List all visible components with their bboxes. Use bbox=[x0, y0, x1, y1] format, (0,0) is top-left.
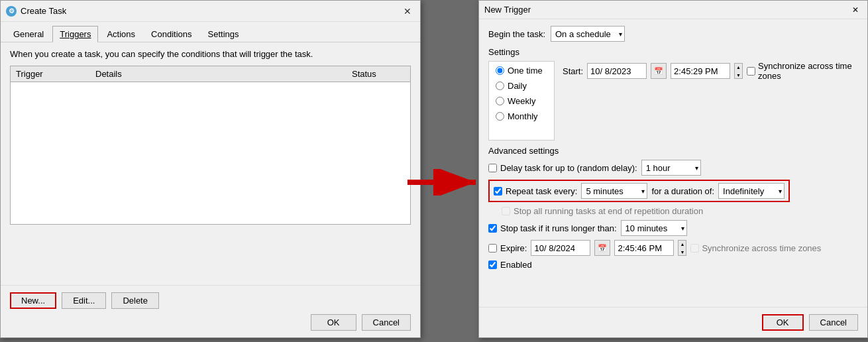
start-date-input[interactable] bbox=[587, 63, 647, 79]
advanced-settings-label: Advanced settings bbox=[488, 146, 858, 156]
duration-label: for a duration of: bbox=[651, 186, 714, 196]
trigger-table-body bbox=[11, 82, 410, 215]
expire-date-input[interactable] bbox=[531, 240, 590, 256]
advanced-settings-section: Advanced settings Delay task for up to (… bbox=[488, 146, 858, 270]
start-time-input[interactable] bbox=[671, 63, 730, 79]
stop-longer-checkbox[interactable] bbox=[488, 224, 497, 233]
tab-settings[interactable]: Settings bbox=[201, 26, 246, 42]
expire-date-calendar-button[interactable]: 📅 bbox=[594, 240, 610, 256]
expire-row: Expire: 📅 ▲ ▼ Synchronize across time zo… bbox=[488, 240, 858, 256]
start-label: Start: bbox=[563, 66, 583, 76]
tab-general[interactable]: General bbox=[6, 26, 51, 42]
create-task-cancel-button[interactable]: Cancel bbox=[362, 314, 411, 331]
expire-label: Expire: bbox=[500, 243, 527, 253]
col-trigger-header: Trigger bbox=[16, 69, 95, 79]
expire-sync-label: Synchronize across time zones bbox=[690, 243, 821, 253]
enabled-row: Enabled bbox=[488, 260, 858, 270]
schedule-options: One time Daily Weekly Monthly bbox=[488, 61, 555, 141]
expire-sync-checkbox bbox=[690, 244, 699, 253]
delay-select-wrap: 1 hour bbox=[641, 160, 701, 176]
repeat-highlight-box: Repeat task every: 5 minutes for a durat… bbox=[488, 180, 790, 202]
repeat-label: Repeat task every: bbox=[506, 186, 577, 196]
create-task-titlebar: ⚙ Create Task ✕ bbox=[1, 1, 420, 22]
new-trigger-close-button[interactable]: ✕ bbox=[849, 3, 862, 17]
create-task-ok-button[interactable]: OK bbox=[311, 314, 356, 331]
begin-task-label: Begin the task: bbox=[488, 29, 545, 39]
stop-running-checkbox-label[interactable]: Stop all running tasks at end of repetit… bbox=[502, 206, 703, 216]
start-row: Start: 📅 ▲ ▼ Synchronize across time zon… bbox=[563, 61, 858, 81]
begin-task-select-wrap: On a schedule bbox=[551, 26, 625, 42]
new-trigger-body: Begin the task: On a schedule Settings O… bbox=[479, 19, 867, 280]
new-button[interactable]: New... bbox=[10, 292, 56, 309]
repeat-checkbox-label[interactable]: Repeat task every: bbox=[494, 186, 577, 196]
new-trigger-ok-button[interactable]: OK bbox=[762, 314, 804, 331]
expire-checkbox-label[interactable]: Expire: bbox=[488, 243, 527, 253]
settings-section-label: Settings bbox=[488, 47, 858, 57]
enabled-label: Enabled bbox=[500, 260, 532, 270]
delay-select[interactable]: 1 hour bbox=[641, 160, 701, 176]
trigger-table: Trigger Details Status bbox=[10, 66, 411, 225]
col-status-header: Status bbox=[352, 69, 405, 79]
delete-button[interactable]: Delete bbox=[111, 292, 159, 309]
sync-timezone-checkbox-label[interactable]: Synchronize across time zones bbox=[747, 61, 858, 81]
expire-time-input[interactable] bbox=[614, 240, 674, 256]
stop-running-row: Stop all running tasks at end of repetit… bbox=[488, 206, 858, 216]
new-trigger-title: New Trigger bbox=[484, 5, 849, 15]
create-task-footer: New... Edit... Delete OK Cancel bbox=[1, 285, 420, 337]
create-task-close-button[interactable]: ✕ bbox=[400, 4, 415, 19]
tab-actions[interactable]: Actions bbox=[99, 26, 142, 42]
repeat-select[interactable]: 5 minutes bbox=[581, 183, 647, 199]
stop-longer-row: Stop task if it runs longer than: 10 min… bbox=[488, 220, 858, 236]
radio-weekly[interactable]: Weekly bbox=[496, 96, 547, 106]
stop-longer-select-wrap: 10 minutes bbox=[621, 220, 687, 236]
sync-timezone-checkbox[interactable] bbox=[747, 67, 755, 76]
enabled-checkbox[interactable] bbox=[488, 260, 497, 269]
delay-checkbox[interactable] bbox=[488, 164, 497, 172]
delay-checkbox-label[interactable]: Delay task for up to (random delay): bbox=[488, 163, 637, 173]
radio-daily[interactable]: Daily bbox=[496, 81, 547, 91]
repeat-select-wrap: 5 minutes bbox=[581, 183, 647, 199]
footer-right-buttons: OK Cancel bbox=[10, 314, 411, 331]
repeat-row: Repeat task every: 5 minutes for a durat… bbox=[488, 180, 858, 202]
task-icon: ⚙ bbox=[6, 6, 17, 17]
trigger-table-header: Trigger Details Status bbox=[11, 66, 410, 82]
footer-left-buttons: New... Edit... Delete bbox=[10, 292, 411, 309]
col-details-header: Details bbox=[95, 69, 352, 79]
stop-longer-select[interactable]: 10 minutes bbox=[621, 220, 687, 236]
new-trigger-footer: OK Cancel bbox=[479, 307, 867, 337]
begin-task-row: Begin the task: On a schedule bbox=[488, 26, 858, 42]
radio-one-time[interactable]: One time bbox=[496, 66, 547, 76]
expire-time-spinner[interactable]: ▲ ▼ bbox=[678, 240, 686, 256]
tabs-bar: General Triggers Actions Conditions Sett… bbox=[1, 22, 420, 42]
sync-timezone-label: Synchronize across time zones bbox=[758, 61, 858, 81]
repeat-checkbox[interactable] bbox=[494, 187, 502, 196]
arrow-indicator bbox=[404, 169, 484, 196]
enabled-checkbox-label[interactable]: Enabled bbox=[488, 260, 532, 270]
expire-checkbox[interactable] bbox=[488, 244, 497, 253]
radio-monthly[interactable]: Monthly bbox=[496, 111, 547, 121]
info-text: When you create a task, you can specify … bbox=[10, 49, 411, 59]
new-trigger-dialog: New Trigger ✕ Begin the task: On a sched… bbox=[478, 0, 868, 338]
create-task-body: When you create a task, you can specify … bbox=[1, 42, 420, 231]
schedule-right: Start: 📅 ▲ ▼ Synchronize across time zon… bbox=[563, 61, 858, 141]
stop-longer-label: Stop task if it runs longer than: bbox=[500, 223, 617, 233]
delay-row: Delay task for up to (random delay): 1 h… bbox=[488, 160, 858, 176]
stop-running-checkbox bbox=[502, 207, 510, 215]
stop-longer-checkbox-label[interactable]: Stop task if it runs longer than: bbox=[488, 223, 617, 233]
new-trigger-titlebar: New Trigger ✕ bbox=[479, 1, 867, 19]
duration-select[interactable]: Indefinitely bbox=[718, 183, 785, 199]
create-task-title: Create Task bbox=[21, 6, 400, 16]
start-time-spinner[interactable]: ▲ ▼ bbox=[734, 63, 743, 79]
start-date-calendar-button[interactable]: 📅 bbox=[651, 63, 667, 79]
tab-triggers[interactable]: Triggers bbox=[52, 26, 98, 42]
schedule-content: One time Daily Weekly Monthly bbox=[488, 61, 858, 141]
create-task-dialog: ⚙ Create Task ✕ General Triggers Actions… bbox=[0, 0, 421, 338]
delay-label: Delay task for up to (random delay): bbox=[500, 163, 637, 173]
begin-task-select[interactable]: On a schedule bbox=[551, 26, 625, 42]
stop-running-label: Stop all running tasks at end of repetit… bbox=[514, 206, 703, 216]
duration-select-wrap: Indefinitely bbox=[718, 183, 785, 199]
edit-button[interactable]: Edit... bbox=[62, 292, 106, 309]
expire-sync-text: Synchronize across time zones bbox=[702, 243, 821, 253]
tab-conditions[interactable]: Conditions bbox=[144, 26, 199, 42]
new-trigger-cancel-button[interactable]: Cancel bbox=[809, 314, 858, 331]
